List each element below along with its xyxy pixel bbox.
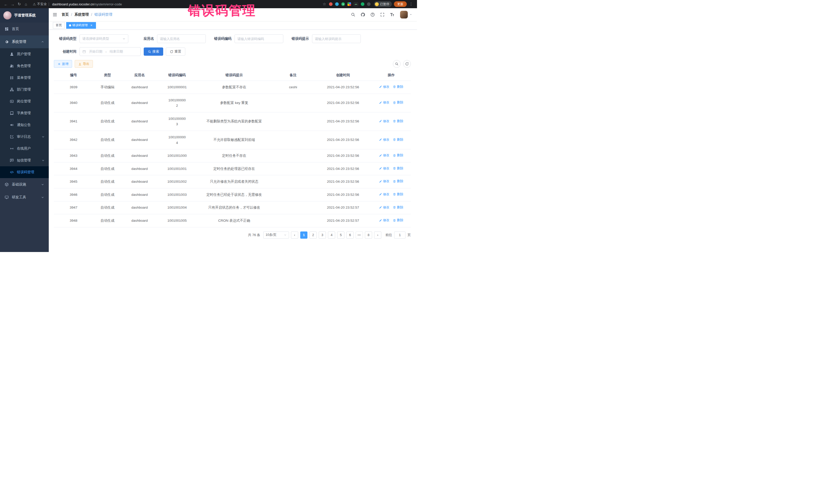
sidebar-item-infrastructure[interactable]: 基础设施 [0,178,49,191]
delete-link[interactable]: 删除 [393,205,403,210]
page-button-3[interactable]: 3 [319,232,326,239]
add-button[interactable]: 新增 [54,60,72,68]
tab-home[interactable]: 首页 [53,22,65,29]
update-button[interactable]: 更新 [394,1,407,7]
edit-link[interactable]: 修改 [379,153,389,158]
sidebar-item-label: 部门管理 [17,87,31,92]
table-row: 3947自动生成dashboard1001001004只有开启状态的任务，才可以… [54,201,411,214]
sidebar-subitem-1[interactable]: 角色管理 [0,60,49,72]
delete-link[interactable]: 删除 [393,179,403,184]
sidebar-item-devtools[interactable]: 研发工具 [0,191,49,204]
error-hint-input[interactable] [312,35,361,43]
delete-link[interactable]: 删除 [393,166,403,171]
search-button[interactable]: 搜索 [144,47,163,56]
delete-link[interactable]: 删除 [393,119,403,124]
sidebar-subitem-8[interactable]: 在线用户 [0,143,49,154]
edit-link[interactable]: 修改 [379,166,389,171]
extension-icon-blue[interactable] [335,2,339,6]
paused-badge[interactable]: 已暂停 [374,1,392,7]
extension-icon-dark[interactable] [367,2,371,6]
edit-link[interactable]: 修改 [379,192,389,197]
trash-icon [393,138,396,141]
end-date-placeholder: 结束日期 [110,49,123,54]
more-pages-button[interactable]: ••• [356,232,363,239]
sidebar-subitem-6[interactable]: 通知公告 [0,119,49,131]
browser-menu-icon[interactable]: ⋮ [408,1,414,7]
date-range-picker[interactable]: 开始日期 - 结束日期 [80,47,140,56]
edit-link[interactable]: 修改 [379,205,389,210]
caret-down-icon[interactable] [409,13,412,16]
extension-icon-red[interactable] [329,2,333,6]
search-icon[interactable] [351,12,355,17]
address-bar[interactable]: dashboard.yudao.iocoder.cn/system/error-… [52,2,122,6]
edit-link[interactable]: 修改 [379,137,389,142]
sidebar-item-system[interactable]: 系统管理 [0,36,49,48]
security-label[interactable]: 不安全 [37,2,47,6]
delete-link[interactable]: 删除 [393,137,403,142]
page-button-8[interactable]: 8 [365,232,372,239]
help-icon[interactable] [370,12,375,17]
hamburger-icon[interactable] [52,12,58,17]
reset-button[interactable]: 重置 [166,47,185,56]
error-type-select[interactable]: 请选择错误码类型 [80,35,128,43]
delete-link[interactable]: 删除 [393,84,403,89]
page-button-1[interactable]: 1 [300,232,307,239]
extension-icon-v[interactable]: V [341,2,345,6]
logo[interactable]: 芋道管理系统 [0,8,49,23]
sidebar-subitem-3[interactable]: 部门管理 [0,84,49,95]
tab-error-code[interactable]: 错误码管理× [66,22,96,29]
sidebar: 芋道管理系统 首页 系统管理 用户管理角色管理菜单管理部门管理岗位管理字典管理通… [0,8,49,252]
sidebar-subitem-4[interactable]: 岗位管理 [0,95,49,107]
close-icon[interactable]: × [90,24,93,27]
reload-icon[interactable]: ↻ [16,1,23,7]
extension-icon-grid[interactable] [348,2,351,6]
extension-icon-on[interactable]: on [354,2,358,6]
delete-link[interactable]: 删除 [393,100,403,105]
sidebar-subitem-7[interactable]: 审计日志 [0,131,49,143]
delete-link[interactable]: 删除 [393,153,403,158]
tab-label: 错误码管理 [72,23,88,27]
github-icon[interactable] [360,12,365,17]
delete-link[interactable]: 删除 [393,218,403,223]
font-size-icon[interactable] [390,12,394,17]
sidebar-subitem-9[interactable]: 短信管理 [0,154,49,166]
error-code-input[interactable] [235,35,283,43]
home-icon[interactable]: ⌂ [23,1,29,7]
edit-link[interactable]: 修改 [379,119,389,124]
edit-link[interactable]: 修改 [379,100,389,105]
app-name-input[interactable] [157,35,206,43]
breadcrumb-system[interactable]: 系统管理 [74,12,89,17]
breadcrumb-home[interactable]: 首页 [62,12,69,17]
page-button-6[interactable]: 6 [347,232,354,239]
cell-hint: 参数配置 key 重复 [197,94,271,112]
page-button-5[interactable]: 5 [337,232,344,239]
sidebar-subitem-10[interactable]: 错误码管理 [0,166,49,178]
back-icon[interactable]: ← [3,1,9,7]
toggle-search-button[interactable] [393,60,400,68]
cell-type: 自动生成 [93,149,122,162]
sidebar-subitem-0[interactable]: 用户管理 [0,48,49,60]
goto-page-input[interactable] [394,232,405,239]
refresh-icon [170,50,173,53]
delete-link[interactable]: 删除 [393,192,403,197]
page-button-2[interactable]: 2 [309,232,317,239]
avatar[interactable] [400,11,408,19]
edit-link[interactable]: 修改 [379,179,389,184]
forward-icon[interactable]: → [9,1,16,7]
extension-icon-green[interactable] [361,2,365,6]
sidebar-subitem-2[interactable]: 菜单管理 [0,72,49,84]
edit-link[interactable]: 修改 [379,84,389,89]
bookmark-star-icon[interactable]: ☆ [321,1,328,7]
filter-label-app: 应用名 [131,37,157,41]
next-page-button[interactable]: › [374,232,381,239]
sidebar-item-home[interactable]: 首页 [0,23,49,36]
refresh-table-button[interactable] [403,60,411,68]
page-button-4[interactable]: 4 [328,232,335,239]
edit-link[interactable]: 修改 [379,218,389,223]
export-button[interactable]: 导出 [75,60,93,68]
fullscreen-icon[interactable] [380,12,385,17]
cell-actions: 修改删除 [372,162,411,175]
page-size-select[interactable]: 10条/页 [263,232,289,239]
sidebar-subitem-5[interactable]: 字典管理 [0,107,49,119]
prev-page-button[interactable]: ‹ [291,232,298,239]
